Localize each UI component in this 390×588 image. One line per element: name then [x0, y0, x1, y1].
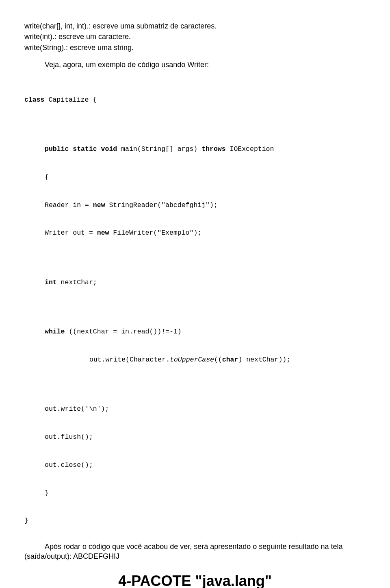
intro-line-2: write(int).: escreve um caractere.	[24, 32, 366, 41]
code-text: }	[24, 489, 366, 498]
code-italic: toUpperCase	[170, 356, 214, 364]
code-text: nextChar;	[57, 279, 97, 286]
code-text: StringReader("abcdefghij");	[105, 201, 218, 209]
code-text: Capitalize {	[45, 96, 97, 104]
intro-line-3: write(String).: escreve uma string.	[24, 43, 366, 52]
intro-block: write(char[], int, int).: escreve uma su…	[24, 21, 366, 52]
code-text: FileWriter("Exemplo");	[109, 229, 202, 237]
code-text: IOException	[226, 145, 274, 153]
code-text: out.flush();	[24, 433, 366, 442]
code-text: Writer out =	[45, 229, 97, 237]
page-title: 4-PACOTE "java.lang"	[24, 571, 366, 588]
code-text: ((nextChar = in.read())!=-1)	[65, 328, 182, 335]
code-text: out.write(Character.	[89, 356, 170, 364]
kw-public-static-void: public static void	[45, 145, 117, 153]
kw-char: char	[222, 356, 238, 364]
code-text: }	[24, 516, 366, 525]
lead-text: Veja, agora, um exemplo de código usando…	[45, 60, 366, 70]
code-block: class Capitalize { public static void ma…	[24, 77, 366, 535]
code-text: main(String[] args)	[117, 145, 202, 153]
kw-while: while	[45, 328, 65, 335]
code-text: out.write('\n');	[24, 405, 366, 414]
code-text: Reader in =	[45, 201, 93, 209]
after-code-paragraph: Após rodar o código que você acabou de v…	[24, 542, 366, 562]
code-text: ((	[214, 356, 222, 364]
code-text: ) nextChar));	[238, 356, 290, 364]
kw-throws: throws	[202, 145, 225, 153]
intro-line-1: write(char[], int, int).: escreve uma su…	[24, 21, 366, 31]
kw-class: class	[24, 96, 45, 104]
code-text: {	[24, 173, 366, 182]
kw-new: new	[97, 229, 109, 237]
code-text: out.close();	[24, 461, 366, 470]
kw-int: int	[45, 279, 57, 286]
kw-new: new	[93, 201, 105, 209]
